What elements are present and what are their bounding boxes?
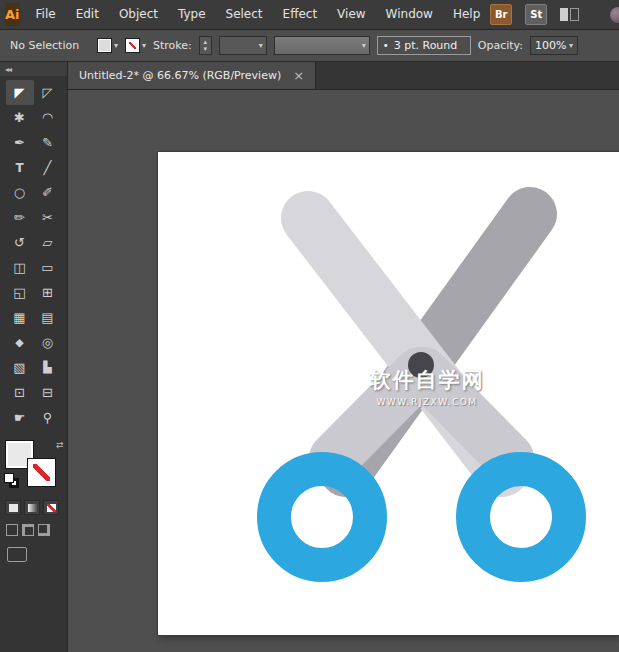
rotate-tool[interactable]: ↺ (6, 230, 34, 255)
swap-fill-stroke-icon[interactable]: ⇄ (56, 440, 64, 450)
line-segment-tool[interactable]: ╱ (34, 155, 62, 180)
gradient-icon: ▤ (41, 310, 53, 325)
scissors-tool[interactable]: ✂ (34, 205, 62, 230)
chevron-down-icon: ▾ (362, 41, 366, 50)
zoom-magnifier-icon: ⚲ (43, 410, 53, 425)
menu-window[interactable]: Window (376, 0, 443, 29)
style-value: 3 pt. Round (394, 39, 458, 52)
stroke-label: Stroke: (153, 39, 192, 52)
scissor-pivot[interactable] (408, 352, 434, 378)
rotate-icon: ↺ (14, 235, 25, 250)
stroke-weight-dropdown[interactable]: ▾ (219, 36, 267, 55)
chevron-down-icon: ▾ (569, 41, 573, 50)
document-tab-title: Untitled-2* @ 66.67% (RGB/Preview) (79, 69, 281, 82)
menu-view[interactable]: View (327, 0, 375, 29)
add-anchor-point-tool[interactable]: ✎ (34, 130, 62, 155)
paint-style-row (5, 500, 67, 515)
tools-grid: ◤ ◸ ✱ ◠ ✒ ✎ T ╱ ○ ✐ ✏ ✂ ↺ ▱ ◫ ▭ ◱ ⊞ ▦ ▤ … (6, 80, 62, 430)
style-bullet-icon: • (383, 40, 389, 51)
stroke-swatch[interactable] (27, 458, 56, 487)
pen-tool[interactable]: ✒ (6, 130, 34, 155)
collapse-panel-icon[interactable]: ◂◂ (5, 65, 11, 74)
workspace-switcher-icon[interactable] (560, 8, 579, 21)
opacity-dropdown[interactable]: 100% ▾ (530, 36, 578, 55)
blend-icon: ◎ (42, 335, 53, 350)
scale-tool[interactable]: ▱ (34, 230, 62, 255)
slice-tool[interactable]: ⊟ (34, 380, 62, 405)
pencil-tool[interactable]: ✏ (6, 205, 34, 230)
screen-mode-button[interactable] (7, 547, 27, 562)
artboard-icon: ⊡ (14, 385, 25, 400)
stock-button[interactable]: St (525, 4, 547, 25)
hand-tool[interactable]: ☛ (6, 405, 34, 430)
stroke-color-dropdown[interactable]: ▾ (125, 38, 146, 53)
type-icon: T (15, 161, 23, 175)
eyedropper-tool[interactable]: ◆ (6, 330, 34, 355)
scissor-leg-right[interactable] (424, 372, 509, 458)
menu-edit[interactable]: Edit (66, 0, 109, 29)
width-tool[interactable]: ◫ (6, 255, 34, 280)
magic-wand-icon: ✱ (14, 110, 25, 125)
magic-wand-tool[interactable]: ✱ (6, 105, 34, 130)
perspective-grid-icon: ⊞ (42, 285, 53, 300)
menu-help[interactable]: Help (443, 0, 490, 29)
symbol-sprayer-tool[interactable]: ▧ (6, 355, 34, 380)
artboard-tool[interactable]: ⊡ (6, 380, 34, 405)
canvas-area[interactable]: 软件自学网 WWW.RJZXW.COM (68, 90, 619, 652)
menu-type[interactable]: Type (168, 0, 216, 29)
symbol-sprayer-icon: ▧ (13, 360, 25, 375)
type-tool[interactable]: T (6, 155, 34, 180)
scissors-artwork[interactable] (158, 152, 619, 635)
shape-builder-tool[interactable]: ◱ (6, 280, 34, 305)
close-icon[interactable]: × (293, 69, 304, 82)
selection-tool[interactable]: ◤ (6, 80, 34, 105)
free-transform-tool[interactable]: ▭ (34, 255, 62, 280)
direct-selection-arrow-icon: ◸ (43, 85, 53, 100)
menu-select[interactable]: Select (216, 0, 273, 29)
lasso-icon: ◠ (42, 110, 53, 125)
none-button[interactable] (43, 500, 59, 515)
document-tab[interactable]: Untitled-2* @ 66.67% (RGB/Preview) × (68, 62, 316, 89)
default-fill-stroke-button[interactable] (4, 473, 20, 489)
paintbrush-tool[interactable]: ✐ (34, 180, 62, 205)
draw-normal-button[interactable] (6, 524, 18, 536)
zoom-tool[interactable]: ⚲ (34, 405, 62, 430)
ellipse-tool[interactable]: ○ (6, 180, 34, 205)
cs-live-icon[interactable] (610, 7, 619, 23)
column-graph-tool[interactable]: ▙ (34, 355, 62, 380)
color-button[interactable] (5, 500, 21, 515)
stepper-down-icon[interactable]: ▾ (204, 46, 208, 53)
menu-object[interactable]: Object (109, 0, 168, 29)
bridge-button[interactable]: Br (490, 4, 512, 25)
scissor-handle-right[interactable] (473, 469, 569, 565)
pencil-nib-icon: ✎ (42, 135, 53, 150)
blend-tool[interactable]: ◎ (34, 330, 62, 355)
menu-file[interactable]: File (26, 0, 66, 29)
brush-definition-dropdown[interactable]: ▾ (274, 36, 370, 55)
shape-builder-icon: ◱ (13, 285, 25, 300)
opacity-value: 100% (535, 39, 566, 52)
lasso-tool[interactable]: ◠ (34, 105, 62, 130)
gradient-button[interactable] (24, 500, 40, 515)
menu-bar: Ai File Edit Object Type Select Effect V… (0, 0, 619, 30)
hand-icon: ☛ (14, 410, 26, 425)
fill-color-dropdown[interactable]: ▾ (97, 38, 118, 53)
draw-inside-button[interactable] (38, 524, 50, 536)
line-icon: ╱ (44, 160, 52, 175)
direct-selection-tool[interactable]: ◸ (34, 80, 62, 105)
menu-effect[interactable]: Effect (273, 0, 328, 29)
perspective-grid-tool[interactable]: ⊞ (34, 280, 62, 305)
ellipse-icon: ○ (14, 185, 25, 200)
drawing-modes-row (6, 524, 67, 536)
tools-panel-header: ◂◂ (0, 62, 67, 76)
none-swatch-icon (47, 504, 56, 512)
style-dropdown[interactable]: • 3 pt. Round (377, 36, 471, 55)
slice-icon: ⊟ (42, 385, 53, 400)
gradient-tool[interactable]: ▤ (34, 305, 62, 330)
artboard[interactable]: 软件自学网 WWW.RJZXW.COM (158, 152, 619, 635)
mesh-tool[interactable]: ▦ (6, 305, 34, 330)
gradient-swatch-icon (28, 504, 37, 512)
draw-behind-button[interactable] (22, 524, 34, 536)
scissor-handle-left[interactable] (274, 469, 370, 565)
stroke-weight-stepper[interactable]: ▴ ▾ (199, 36, 212, 55)
